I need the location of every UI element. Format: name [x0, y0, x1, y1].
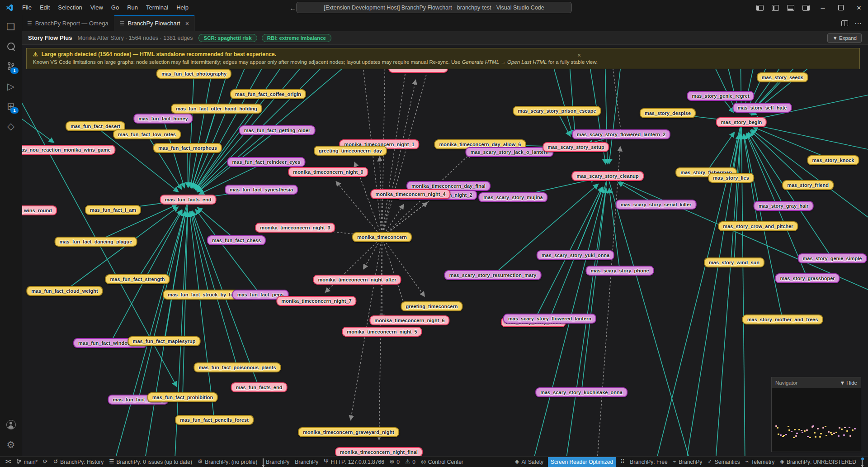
status-main[interactable]: main*	[13, 457, 41, 467]
graph-node[interactable]: mas_story_seeds	[757, 72, 808, 82]
navigator-hide-button[interactable]: ▼ Hide	[840, 380, 857, 386]
status-branchpy-no-profile[interactable]: ⚙BranchPy: (no profile)	[195, 457, 260, 467]
graph-node[interactable]: mas_fun_facts_end	[231, 382, 288, 392]
graph-node[interactable]: mas_fun_fact_low_rates	[113, 129, 181, 139]
graph-node[interactable]: mas_fun_fact_otter_hand_holding	[171, 104, 262, 114]
graph-node[interactable]: mas_story_crow_and_pitcher	[718, 221, 798, 231]
graph-node[interactable]: mas_story_genie_regret	[687, 91, 754, 101]
activity-search-icon[interactable]	[0, 36, 21, 56]
graph-node[interactable]: monika_timeconcern_night_final	[335, 447, 423, 456]
graph-node[interactable]: mas_story_begin	[716, 117, 767, 127]
graph-node[interactable]: monika_timeconcern_night_6	[369, 315, 449, 325]
graph-node[interactable]: mas_story_mother_and_trees	[742, 315, 823, 324]
graph-node[interactable]: mas_scary_story_serial_killer	[616, 200, 697, 210]
nav-back-icon[interactable]: ←	[289, 4, 296, 12]
activity-account-icon[interactable]	[0, 415, 21, 434]
menu-edit[interactable]: Edit	[36, 2, 54, 13]
graph-node[interactable]: mas_fun_fact_maplesyrup	[128, 336, 201, 346]
status-sync[interactable]: ⟳	[40, 457, 50, 467]
status-ai-safety[interactable]: ◈AI Safety	[512, 457, 546, 467]
graph-node[interactable]: monika_timeconcern_graveyard_night	[298, 427, 399, 437]
graph-node[interactable]: mas_scary_story_resurrection_mary	[444, 270, 542, 280]
menu-help[interactable]: Help	[172, 2, 193, 13]
graph-node[interactable]: mas_nou_reaction_monika_wins_round	[22, 205, 57, 215]
status-0[interactable]: ⊗0	[387, 457, 402, 467]
graph-node[interactable]: monika_timeconcern_night_4	[370, 189, 450, 199]
menu-file[interactable]: File	[18, 2, 36, 13]
minimize-button[interactable]: ─	[814, 0, 832, 15]
graph-node[interactable]: mas_fun_fact_honey	[133, 114, 193, 124]
graph-node[interactable]: monika_timeconcern_night_7	[276, 296, 356, 306]
menu-view[interactable]: View	[86, 2, 107, 13]
customize-layout-icon[interactable]	[756, 5, 764, 11]
status-screen-reader-optimized[interactable]: Screen Reader Optimized	[548, 457, 616, 467]
status-bell-dot[interactable]	[859, 457, 865, 467]
activity-run-debug-icon[interactable]: ▷	[0, 76, 21, 96]
graph-node[interactable]: mas_scary_story_phone	[585, 266, 654, 276]
activity-branchpy-icon[interactable]: ◇	[0, 116, 21, 136]
status-branchpy-0-issues-up-to-date[interactable]: ☰BranchPy: 0 issues (up to date)	[106, 457, 195, 467]
status-telemetry[interactable]: ⌁Telemetry	[743, 457, 778, 467]
flowchart-canvas[interactable]: mas_fun_fact_photographymas_fun_fact_cof…	[22, 45, 868, 456]
graph-node[interactable]: mas_fun_fact_poisonous_plants	[193, 362, 281, 372]
window-title-search[interactable]: [Extension Development Host] BranchPy Fl…	[296, 2, 572, 13]
graph-node[interactable]: mas_scary_story_mujina	[478, 192, 547, 202]
status-branchpy-free[interactable]: BranchPy: Free	[627, 457, 670, 467]
graph-node[interactable]: mas_fun_fact_synesthesia	[225, 185, 298, 195]
tab-branchpy-flowchart[interactable]: ☰BranchPy Flowchart×	[114, 15, 195, 31]
graph-node[interactable]: mas_story_despise	[640, 108, 696, 118]
activity-explorer-icon[interactable]: ❏	[0, 16, 21, 36]
graph-node[interactable]: monika_timeconcern	[352, 232, 412, 242]
navigator-minimap[interactable]	[772, 388, 861, 452]
graph-node[interactable]: mas_story_knock	[807, 155, 859, 165]
graph-node[interactable]: mas_fun_fact_cloud_weight	[26, 286, 103, 296]
graph-node[interactable]: mas_story_friend	[782, 180, 834, 190]
graph-node[interactable]: monika_timeconcern_night_3	[255, 223, 335, 233]
graph-node[interactable]: mas_fun_fact_strength	[105, 274, 170, 284]
graph-node[interactable]: mas_story_genie_simple	[798, 253, 867, 263]
status-branchpy-unregistered[interactable]: ◈BranchPy: UNREGISTERED	[777, 457, 859, 467]
graph-node[interactable]: mas_scary_story_prison_escape	[513, 106, 601, 116]
graph-node[interactable]: mas_fun_fact_prohibition	[147, 392, 218, 402]
graph-node[interactable]: greeting_timeconcern	[401, 301, 463, 311]
status-http-127-0-0-1-8766[interactable]: ΨHTTP: 127.0.0.1:8766	[321, 457, 387, 467]
tab-branchpy-report-omega[interactable]: ☰BranchPy Report — Omega	[22, 15, 114, 31]
graph-node[interactable]: mas_scary_story_yuki_onna	[537, 250, 614, 260]
graph-node[interactable]: greeting_timeconcern_day	[314, 146, 387, 156]
graph-node[interactable]: mas_fun_fact_morpheus	[153, 143, 222, 153]
menu-terminal[interactable]: Terminal	[142, 2, 172, 13]
status-branchpy[interactable]: BranchPy	[260, 457, 292, 467]
menu-selection[interactable]: Selection	[54, 2, 86, 13]
graph-node[interactable]: mas_scary_story_flowered_lantern_2	[572, 129, 670, 139]
status-branchpy-history[interactable]: ↺BranchPy: History	[51, 457, 107, 467]
graph-node[interactable]: mas_scary_story_cleanup	[571, 171, 644, 181]
status-branchpy[interactable]: ⌁BranchPy	[670, 457, 705, 467]
more-actions-icon[interactable]: ⋯	[854, 19, 862, 28]
tab-close-icon[interactable]: ×	[185, 20, 189, 27]
graph-node[interactable]: mas_fun_fact_pencils_forest	[175, 415, 254, 425]
toggle-panel-icon[interactable]	[787, 5, 794, 11]
split-editor-icon[interactable]	[841, 20, 848, 26]
graph-node[interactable]: mas_story_gray_hair	[754, 201, 814, 211]
close-window-button[interactable]: ✕	[850, 0, 868, 15]
graph-node[interactable]: mas_fun_facts_end	[160, 195, 217, 205]
toggle-sidebar-icon[interactable]	[772, 5, 779, 11]
status-0[interactable]: ⚠0	[402, 457, 418, 467]
menu-go[interactable]: Go	[107, 2, 123, 13]
menu-run[interactable]: Run	[123, 2, 142, 13]
status-remote[interactable]: ><	[3, 457, 13, 467]
graph-node[interactable]: monika_timeconcern_night_after	[313, 275, 401, 285]
activity-settings-icon[interactable]: ⚙	[0, 434, 21, 454]
status-control-center[interactable]: ◎Control Center	[418, 457, 466, 467]
status-semantics[interactable]: ✓Semantics	[705, 457, 743, 467]
graph-node[interactable]: mas_fun_fact_photography	[156, 69, 231, 79]
status-keyboard[interactable]: ⠿	[618, 457, 627, 467]
activity-source-control-icon[interactable]: 1	[0, 56, 21, 76]
maximize-button[interactable]	[832, 0, 850, 15]
graph-node[interactable]: mas_fun_fact_i_am	[85, 205, 141, 215]
graph-node[interactable]: monika_timeconcern_night_5	[342, 327, 422, 337]
graph-node[interactable]: mas_nou_reaction_monika_wins_game	[22, 145, 116, 155]
graph-node[interactable]: mas_scary_story_jack_o_lantern	[465, 147, 553, 157]
graph-node[interactable]: mas_scary_story_kuchisake_onna	[535, 387, 627, 397]
graph-node[interactable]: monika_timeconcern_night_0	[288, 167, 368, 177]
